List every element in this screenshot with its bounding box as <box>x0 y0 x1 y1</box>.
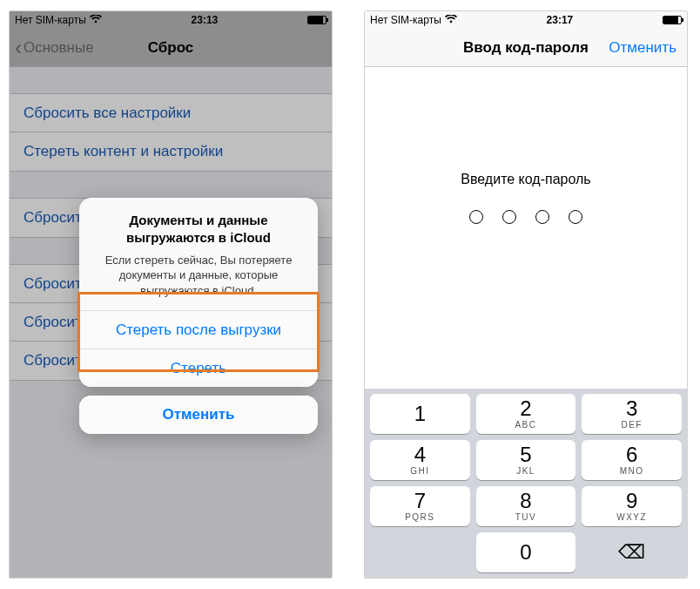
passcode-dot <box>502 210 516 224</box>
passcode-prompt: Введите код-пароль <box>365 172 687 187</box>
alert-message: Если стереть сейчас, Вы потеряете докуме… <box>95 253 302 299</box>
key-2[interactable]: 2ABC <box>476 394 576 434</box>
key-9[interactable]: 9WXYZ <box>582 486 682 526</box>
erase-after-upload-button[interactable]: Стереть после выгрузки <box>79 310 318 349</box>
backspace-key[interactable]: ⌫ <box>582 532 682 572</box>
phone-reset-screen: Нет SIM-карты 23:13 ‹ Основные Сброс Сбр… <box>9 10 333 579</box>
key-8[interactable]: 8TUV <box>476 486 576 526</box>
key-6[interactable]: 6MNO <box>582 440 682 480</box>
key-4[interactable]: 4GHI <box>370 440 470 480</box>
key-1[interactable]: 1 <box>370 394 470 434</box>
key-7[interactable]: 7PQRS <box>370 486 470 526</box>
cancel-button[interactable]: Отменить <box>79 396 318 434</box>
cancel-button[interactable]: Отменить <box>609 39 676 57</box>
erase-button[interactable]: Стереть <box>79 349 318 387</box>
key-0[interactable]: 0 <box>476 532 576 572</box>
navbar: Ввод код-пароля Отменить <box>365 29 687 67</box>
passcode-dot <box>569 210 582 224</box>
wifi-icon <box>445 14 457 26</box>
passcode-dot <box>535 210 549 224</box>
key-5[interactable]: 5JKL <box>476 440 576 480</box>
passcode-dots <box>365 210 687 224</box>
status-bar: Нет SIM-карты 23:17 <box>365 11 687 29</box>
page-title: Ввод код-пароля <box>463 39 589 57</box>
backspace-icon: ⌫ <box>618 541 645 564</box>
numeric-keypad: 1 2ABC 3DEF 4GHI 5JKL 6MNO 7PQRS 8TUV 9W… <box>365 389 687 578</box>
clock: 23:17 <box>547 14 574 26</box>
phone-passcode-screen: Нет SIM-карты 23:17 Ввод код-пароля Отме… <box>364 10 688 579</box>
passcode-area: Введите код-пароль <box>365 67 687 224</box>
alert-title: Документы и данныевыгружаются в iCloud <box>95 212 302 247</box>
carrier-text: Нет SIM-карты <box>370 14 441 26</box>
action-sheet: Документы и данныевыгружаются в iCloud Е… <box>79 198 318 434</box>
battery-icon <box>663 16 682 24</box>
key-blank <box>370 532 470 572</box>
key-3[interactable]: 3DEF <box>582 394 682 434</box>
passcode-dot <box>469 210 483 224</box>
